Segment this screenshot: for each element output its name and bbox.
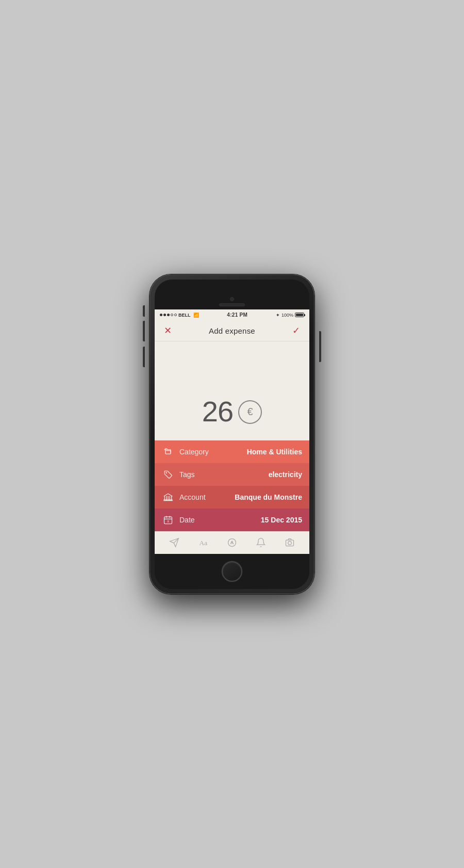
bluetooth-icon: ✦ — [276, 313, 280, 318]
amount-area: 26 € — [155, 341, 309, 440]
tags-row[interactable]: Tags electricity — [155, 463, 309, 486]
currency-symbol: € — [247, 406, 253, 418]
confirm-button[interactable]: ✓ — [292, 325, 300, 336]
signal-dots — [160, 314, 177, 316]
bottom-bezel — [155, 554, 309, 589]
notification-button[interactable] — [253, 534, 269, 551]
phone-frame: BELL 📶 4:21 PM ✦ 100% ✕ Add expense ✓ — [150, 274, 314, 594]
screen: BELL 📶 4:21 PM ✦ 100% ✕ Add expense ✓ — [155, 309, 309, 554]
signal-dot-1 — [160, 314, 162, 316]
account-label: Account — [179, 493, 235, 501]
status-bar: BELL 📶 4:21 PM ✦ 100% — [155, 309, 309, 321]
signal-dot-4 — [171, 314, 173, 316]
battery-icon — [295, 313, 304, 317]
send-button[interactable] — [166, 534, 183, 551]
form-rows: Category Home & Utilities Tags electrici… — [155, 440, 309, 531]
phone-inner: BELL 📶 4:21 PM ✦ 100% ✕ Add expense ✓ — [155, 280, 309, 589]
signal-dot-5 — [174, 314, 177, 316]
volume-up-button — [143, 321, 145, 341]
power-button — [319, 331, 321, 362]
top-bezel — [155, 280, 309, 309]
close-button[interactable]: ✕ — [164, 325, 172, 336]
date-value: 15 Dec 2015 — [261, 516, 302, 524]
battery-fill — [296, 314, 303, 316]
camera-button[interactable] — [281, 534, 298, 551]
svg-point-19 — [288, 542, 292, 545]
currency-selector[interactable]: € — [238, 400, 262, 424]
page-title: Add expense — [209, 326, 255, 335]
svg-text:8: 8 — [167, 520, 169, 523]
account-value: Banque du Monstre — [235, 493, 302, 501]
svg-rect-18 — [286, 540, 294, 546]
battery-percent: 100% — [281, 313, 293, 318]
tags-label: Tags — [179, 470, 269, 479]
account-icon — [162, 491, 174, 503]
home-button[interactable] — [222, 561, 242, 582]
camera — [230, 297, 234, 301]
date-row[interactable]: 8 Date 15 Dec 2015 — [155, 509, 309, 531]
volume-down-button — [143, 347, 145, 367]
status-left: BELL 📶 — [160, 313, 199, 318]
category-icon — [162, 446, 174, 458]
date-label: Date — [179, 516, 261, 524]
nav-bar: ✕ Add expense ✓ — [155, 321, 309, 341]
category-row[interactable]: Category Home & Utilities — [155, 440, 309, 463]
tags-value: electricity — [269, 470, 302, 479]
svg-text:Aa: Aa — [200, 539, 208, 547]
text-format-button[interactable]: Aa — [195, 534, 211, 551]
signal-dot-3 — [167, 314, 170, 316]
tag-icon — [162, 468, 174, 481]
date-icon: 8 — [162, 514, 174, 526]
record-button[interactable]: R — [224, 534, 240, 551]
amount-value[interactable]: 26 — [202, 395, 233, 428]
mute-button — [143, 305, 145, 317]
status-right: ✦ 100% — [276, 313, 304, 318]
bottom-toolbar: Aa R — [155, 531, 309, 554]
speaker — [219, 303, 245, 306]
account-row[interactable]: Account Banque du Monstre — [155, 486, 309, 509]
svg-point-0 — [165, 472, 167, 473]
signal-dot-2 — [163, 314, 166, 316]
category-value: Home & Utilities — [247, 448, 302, 456]
category-label: Category — [179, 448, 247, 456]
time-display: 4:21 PM — [227, 312, 247, 318]
wifi-icon: 📶 — [193, 313, 199, 318]
carrier-label: BELL — [178, 313, 191, 318]
